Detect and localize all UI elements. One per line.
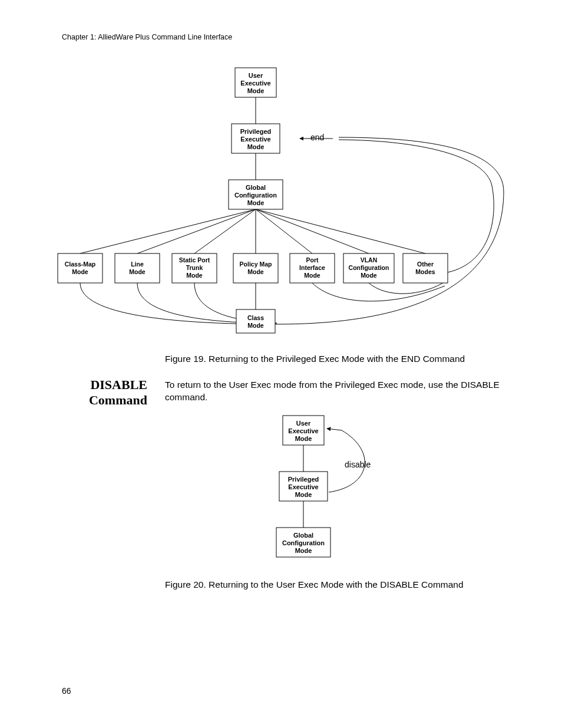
svg-text:Mode: Mode: [72, 268, 88, 275]
svg-text:Executive: Executive: [240, 80, 270, 87]
svg-text:Mode: Mode: [247, 143, 265, 150]
figure-20-diagram: User Executive Mode Privileged Executive…: [224, 410, 412, 569]
svg-text:Mode: Mode: [361, 272, 377, 279]
svg-line-8: [256, 209, 425, 253]
svg-line-53: [327, 429, 342, 430]
end-label: end: [310, 133, 324, 142]
section-title: DISABLE Command: [62, 377, 147, 409]
svg-text:Static Port: Static Port: [179, 256, 210, 263]
figure-19-diagram: User Executive Mode Privileged Executive…: [56, 62, 510, 339]
svg-text:Line: Line: [131, 261, 144, 268]
svg-text:Trunk: Trunk: [186, 264, 203, 271]
section-body: To return to the User Exec mode from the…: [165, 379, 501, 404]
svg-line-6: [256, 209, 312, 253]
svg-text:Privileged: Privileged: [240, 128, 272, 135]
svg-text:Global: Global: [293, 532, 313, 539]
svg-text:Executive: Executive: [240, 136, 270, 143]
page-number: 66: [62, 686, 71, 696]
svg-text:VLAN: VLAN: [361, 256, 378, 263]
svg-text:Class-Map: Class-Map: [65, 261, 96, 268]
section-title-line1: DISABLE: [90, 377, 147, 392]
svg-text:Mode: Mode: [295, 491, 312, 498]
svg-text:Configuration: Configuration: [234, 192, 277, 199]
figure-20-caption: Figure 20. Returning to the User Exec Mo…: [165, 579, 518, 590]
svg-line-3: [137, 209, 256, 253]
svg-text:Configuration: Configuration: [349, 264, 389, 271]
svg-text:Mode: Mode: [304, 272, 320, 279]
figure-19-caption: Figure 19. Returning to the Privileged E…: [165, 354, 518, 364]
svg-text:Class: Class: [247, 314, 264, 321]
svg-text:Mode: Mode: [295, 435, 312, 442]
svg-text:Configuration: Configuration: [282, 539, 325, 546]
svg-line-7: [256, 209, 369, 253]
svg-text:Global: Global: [246, 184, 266, 191]
chapter-header: Chapter 1: AlliedWare Plus Command Line …: [62, 33, 232, 41]
svg-line-2: [80, 209, 256, 253]
page: Chapter 1: AlliedWare Plus Command Line …: [0, 0, 562, 728]
section-title-line2: Command: [89, 393, 147, 407]
svg-rect-48: [236, 309, 275, 333]
svg-text:Modes: Modes: [415, 268, 435, 275]
svg-text:Mode: Mode: [247, 268, 264, 275]
disable-label: disable: [345, 460, 371, 469]
svg-text:Mode: Mode: [247, 87, 265, 94]
svg-text:Executive: Executive: [288, 483, 318, 490]
svg-text:Other: Other: [417, 261, 434, 268]
svg-text:Mode: Mode: [295, 547, 312, 554]
svg-line-4: [194, 209, 256, 253]
svg-text:Policy Map: Policy Map: [240, 261, 272, 268]
svg-text:User: User: [296, 420, 311, 427]
svg-text:Interface: Interface: [299, 264, 325, 271]
svg-text:Privileged: Privileged: [288, 476, 319, 483]
svg-text:Executive: Executive: [288, 427, 318, 434]
svg-text:Port: Port: [306, 256, 319, 263]
svg-text:Mode: Mode: [247, 199, 265, 206]
svg-text:Mode: Mode: [186, 272, 203, 279]
svg-text:Mode: Mode: [129, 268, 146, 275]
svg-text:User: User: [249, 72, 263, 79]
svg-text:Mode: Mode: [247, 322, 264, 329]
